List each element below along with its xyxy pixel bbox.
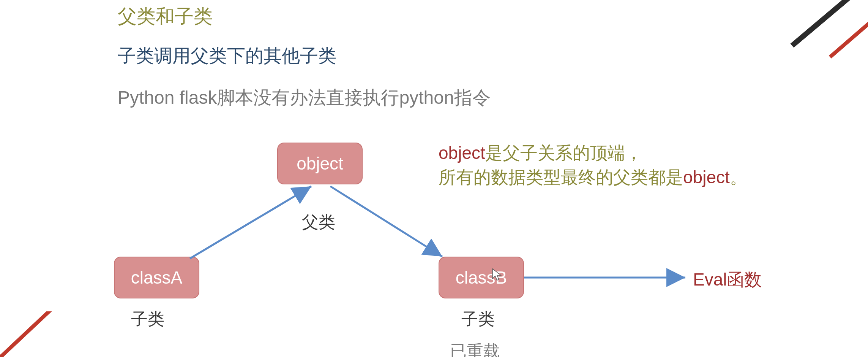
- node-classA: classA: [114, 257, 199, 298]
- svg-line-2: [0, 311, 53, 357]
- heading-parent-child: 父类和子类: [118, 4, 213, 29]
- arrow-classA-to-object: [190, 186, 311, 259]
- label-eval-function: Eval函数: [693, 268, 762, 292]
- note-line2-prefix: 所有的数据类型最终的父类都是: [439, 167, 683, 187]
- label-overloaded: 已重载: [450, 340, 500, 357]
- note-object-word-1: object: [439, 143, 485, 163]
- label-parent-class: 父类: [302, 211, 335, 233]
- node-object: object: [277, 143, 363, 184]
- svg-line-0: [792, 0, 864, 46]
- note-line1-rest: 是父子关系的顶端，: [485, 143, 642, 163]
- arrow-object-to-classB: [330, 186, 442, 257]
- heading-subclass-call: 子类调用父类下的其他子类: [118, 44, 336, 68]
- heading-python-desc: Python flask脚本没有办法直接执行python指令: [118, 86, 491, 110]
- note-object-top: object是父子关系的顶端， 所有的数据类型最终的父类都是object。: [439, 141, 747, 190]
- note-object-word-2: object: [683, 167, 730, 187]
- svg-line-1: [830, 21, 868, 57]
- decoration-bottom-left: [0, 311, 68, 357]
- node-classB: classB: [439, 257, 524, 298]
- label-child-b: 子类: [461, 308, 495, 330]
- decoration-top-right: [769, 0, 868, 61]
- label-child-a: 子类: [131, 308, 164, 330]
- note-line2-suffix: 。: [730, 167, 747, 187]
